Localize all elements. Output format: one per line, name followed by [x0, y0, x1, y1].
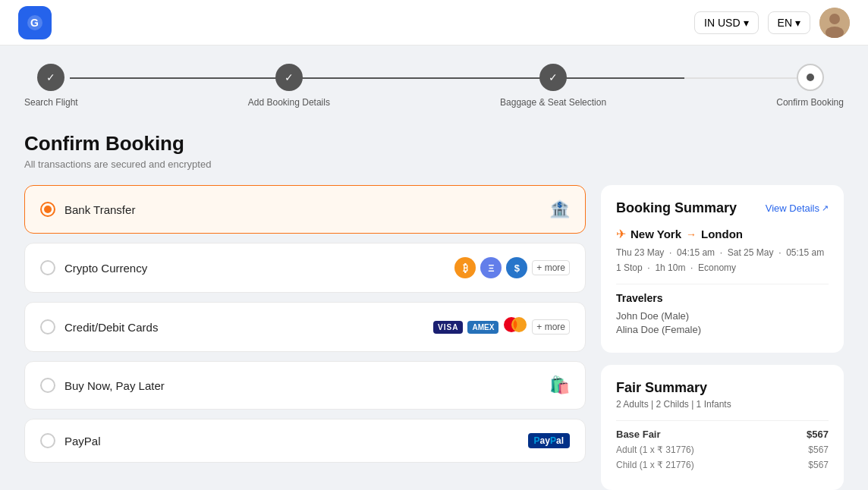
payment-left-bnpl: Buy Now, Pay Later [40, 378, 165, 393]
summary-header: Booking Summary View Details ↗ [616, 200, 829, 216]
payment-option-bank-transfer[interactable]: Bank Transfer 🏦 [24, 185, 586, 234]
lang-chevron-icon: ▾ [795, 17, 800, 29]
payment-option-bnpl[interactable]: Buy Now, Pay Later 🛍️ [24, 361, 586, 410]
route-to: London [701, 228, 743, 240]
step-circle-search: ✓ [37, 64, 64, 91]
radio-bank [40, 202, 55, 217]
radio-dot-bank [44, 206, 52, 213]
step-circle-booking: ✓ [275, 64, 303, 91]
route-arrow-icon: → [686, 228, 697, 240]
payment-option-crypto[interactable]: Crypto Currency ₿ Ξ $ + more [24, 243, 586, 293]
bank-building-icon: 🏦 [549, 199, 570, 219]
bnpl-label: Buy Now, Pay Later [64, 379, 165, 392]
step-search-flight: ✓ Search Flight [24, 64, 78, 108]
progress-bar: ✓ Search Flight ✓ Add Booking Details ✓ … [24, 64, 844, 108]
divider-1 [616, 284, 829, 284]
view-details-link[interactable]: View Details ↗ [766, 203, 829, 214]
currency-label: IN USD [704, 17, 740, 29]
paypal-p2: ay [540, 435, 550, 446]
radio-bnpl [40, 378, 55, 393]
payment-option-card[interactable]: Credit/Debit Cards VISA AMEX + more [24, 302, 586, 352]
paypal-p4: al [556, 435, 564, 446]
radio-card [40, 319, 55, 335]
radio-paypal [40, 433, 55, 448]
app-logo: G [18, 6, 52, 39]
paypal-p3: P [550, 435, 556, 446]
traveler-1: John Doe (Male) [616, 310, 829, 322]
arrive-date: Sat 25 May [728, 247, 774, 258]
class: Economy [698, 262, 736, 273]
step-label-booking: Add Booking Details [248, 97, 330, 108]
traveler-2: Alina Doe (Female) [616, 324, 829, 335]
child-fare-row: Child (1 x ₹ 21776) $567 [616, 460, 829, 470]
base-fair-label: Base Fair [616, 429, 661, 440]
step-label-baggage: Baggage & Seat Selection [500, 97, 606, 108]
payment-left-paypal: PayPal [40, 433, 101, 448]
fair-divider [616, 420, 829, 421]
fair-subtitle: 2 Adults | 2 Childs | 1 Infants [616, 399, 829, 410]
content-grid: Bank Transfer 🏦 Crypto Currency ₿ Ξ $ + … [24, 185, 844, 490]
crypto-label: Crypto Currency [64, 262, 147, 275]
ethereum-icon: Ξ [480, 257, 502, 278]
child-fare-label: Child (1 x ₹ 21776) [616, 460, 694, 470]
page-title: Confirm Booking [24, 132, 844, 155]
language-label: EN [778, 17, 792, 29]
paypal-label: PayPal [64, 435, 101, 448]
route-from: New York [631, 228, 681, 240]
airline-icon: ✈ [616, 227, 626, 241]
bnpl-icons: 🛍️ [549, 375, 570, 395]
depart-time: 04:15 am [677, 247, 715, 258]
view-details-label: View Details [766, 203, 819, 214]
flight-meta: 1 Stop · 1h 10m · Economy [616, 262, 829, 273]
summary-title: Booking Summary [616, 200, 737, 216]
svg-text:G: G [30, 17, 39, 29]
step-confirm-booking: Confirm Booking [776, 64, 844, 108]
main-content: ✓ Search Flight ✓ Add Booking Details ✓ … [0, 46, 868, 490]
arrive-time: 05:15 am [786, 247, 824, 258]
stops: 1 Stop [616, 262, 643, 273]
right-panel: Booking Summary View Details ↗ ✈ New Yor… [601, 185, 844, 490]
adult-fare-value: $567 [808, 444, 829, 455]
step-label-search: Search Flight [24, 97, 78, 108]
paypal-icons: PayPal [528, 433, 570, 448]
currency-selector[interactable]: IN USD ▾ [694, 11, 758, 34]
adult-fare-label: Adult (1 x ₹ 31776) [616, 444, 694, 455]
flight-route: ✈ New York → London [616, 227, 829, 241]
child-fare-value: $567 [808, 460, 829, 470]
language-selector[interactable]: EN ▾ [768, 11, 810, 34]
crypto-icons: ₿ Ξ $ + more [454, 257, 570, 278]
card-label: Credit/Debit Cards [64, 321, 158, 334]
payment-option-paypal[interactable]: PayPal PayPal [24, 419, 586, 463]
payment-left-crypto: Crypto Currency [40, 260, 147, 275]
bank-transfer-label: Bank Transfer [64, 203, 135, 216]
step-circle-baggage: ✓ [539, 64, 567, 91]
header: G IN USD ▾ EN ▾ [0, 0, 868, 46]
crypto-more-tag: + more [532, 260, 570, 275]
base-fair-value: $567 [807, 429, 829, 440]
radio-crypto [40, 260, 55, 275]
payment-left-bank: Bank Transfer [40, 202, 135, 217]
travelers-title: Travelers [616, 292, 829, 304]
currency-chevron-icon: ▾ [744, 17, 749, 29]
card-icons: VISA AMEX + more [433, 316, 570, 338]
adult-fare-row: Adult (1 x ₹ 31776) $567 [616, 444, 829, 455]
step-baggage-seat: ✓ Baggage & Seat Selection [500, 64, 606, 108]
svg-point-3 [829, 14, 840, 24]
card-more-tag: + more [532, 319, 570, 335]
booking-summary-card: Booking Summary View Details ↗ ✈ New Yor… [601, 185, 844, 353]
visa-icon: VISA [433, 321, 463, 334]
external-link-icon: ↗ [822, 203, 829, 213]
payment-left-card: Credit/Debit Cards [40, 319, 158, 335]
step-circle-confirm [797, 64, 824, 91]
step-label-confirm: Confirm Booking [776, 97, 844, 108]
flight-times: Thu 23 May · 04:15 am · Sat 25 May · 05:… [616, 247, 829, 258]
user-avatar[interactable] [819, 8, 850, 38]
bnpl-icon: 🛍️ [549, 375, 570, 395]
paypal-p1: P [534, 435, 540, 446]
duration: 1h 10m [655, 262, 685, 273]
payment-options: Bank Transfer 🏦 Crypto Currency ₿ Ξ $ + … [24, 185, 586, 490]
bank-icons: 🏦 [549, 199, 570, 219]
usdc-icon: $ [506, 257, 527, 278]
depart-date: Thu 23 May [616, 247, 664, 258]
step-add-booking: ✓ Add Booking Details [248, 64, 330, 108]
